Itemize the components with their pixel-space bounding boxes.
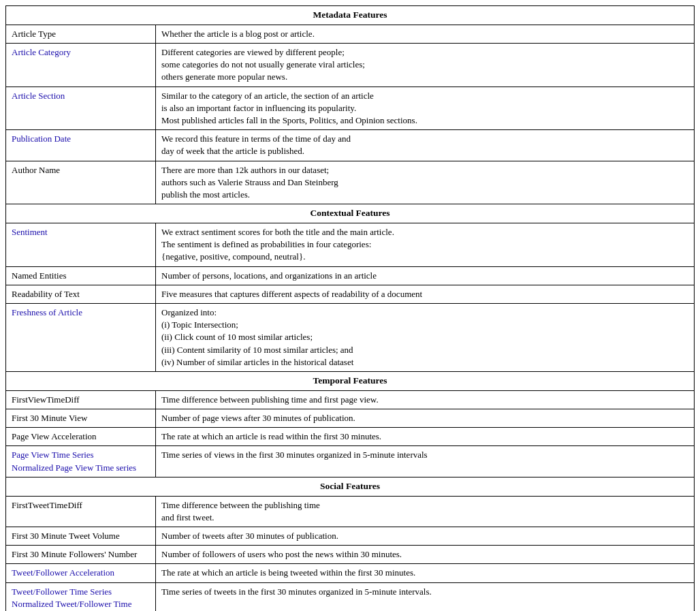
feature-description-cell: Number of followers of users who post th… — [156, 546, 695, 564]
feature-name-cell: Named Entities — [6, 266, 156, 285]
feature-description-cell: Organized into:(i) Topic Intersection;(i… — [156, 303, 695, 371]
feature-name-cell: Article Type — [6, 25, 156, 43]
feature-name-cell: Article Category — [6, 44, 156, 87]
feature-name-cell: Freshness of Article — [6, 303, 156, 371]
table-row: First 30 Minute Followers' NumberNumber … — [6, 546, 695, 564]
table-row: First 30 Minute Tweet VolumeNumber of tw… — [6, 527, 695, 546]
table-row: Readability of TextFive measures that ca… — [6, 285, 695, 303]
table-row: Named EntitiesNumber of persons, locatio… — [6, 266, 695, 285]
section-header: Metadata Features — [6, 6, 695, 25]
feature-name-cell: Article Section — [6, 87, 156, 130]
feature-description-cell: The rate at which an article is being tw… — [156, 564, 695, 582]
feature-name-cell: Sentiment — [6, 223, 156, 267]
features-table: Metadata FeaturesArticle TypeWhether the… — [5, 5, 695, 611]
section-header: Temporal Features — [6, 371, 695, 390]
feature-name-cell: FirstViewTimeDiff — [6, 390, 156, 409]
table-row: Tweet/Follower Time SeriesNormalized Twe… — [6, 582, 695, 611]
section-header: Contextual Features — [6, 204, 695, 223]
feature-name-cell: First 30 Minute View — [6, 409, 156, 427]
feature-description-cell: Number of tweets after 30 minutes of pub… — [156, 527, 695, 546]
feature-name-cell: Tweet/Follower Acceleration — [6, 564, 156, 582]
table-row: Author NameThere are more than 12k autho… — [6, 161, 695, 204]
table-row: Freshness of ArticleOrganized into:(i) T… — [6, 303, 695, 371]
feature-description-cell: The rate at which an article is read wit… — [156, 428, 695, 446]
table-row: FirstViewTimeDiffTime difference between… — [6, 390, 695, 409]
feature-description-cell: Number of persons, locations, and organi… — [156, 266, 695, 285]
table-row: Page View AccelerationThe rate at which … — [6, 428, 695, 446]
table-row: Page View Time SeriesNormalized Page Vie… — [6, 446, 695, 477]
feature-description-cell: Time difference between publishing time … — [156, 390, 695, 409]
table-row: Article CategoryDifferent categories are… — [6, 44, 695, 87]
feature-description-cell: Time series of views in the first 30 min… — [156, 446, 695, 477]
section-header: Social Features — [6, 477, 695, 496]
table-row: Publication DateWe record this feature i… — [6, 130, 695, 161]
table-row: Article SectionSimilar to the category o… — [6, 87, 695, 130]
feature-description-cell: There are more than 12k authors in our d… — [156, 161, 695, 204]
feature-name-cell: First 30 Minute Followers' Number — [6, 546, 156, 564]
feature-name-cell: Publication Date — [6, 130, 156, 161]
feature-name-cell: First 30 Minute Tweet Volume — [6, 527, 156, 546]
feature-name-cell: Readability of Text — [6, 285, 156, 303]
feature-description-cell: Five measures that captures different as… — [156, 285, 695, 303]
feature-name-cell: Page View Time SeriesNormalized Page Vie… — [6, 446, 156, 477]
table-row: SentimentWe extract sentiment scores for… — [6, 223, 695, 267]
table-row: Tweet/Follower AccelerationThe rate at w… — [6, 564, 695, 582]
table-row: FirstTweetTimeDiffTime difference betwee… — [6, 496, 695, 527]
feature-description-cell: Whether the article is a blog post or ar… — [156, 25, 695, 43]
table-row: Article TypeWhether the article is a blo… — [6, 25, 695, 43]
feature-description-cell: Similar to the category of an article, t… — [156, 87, 695, 130]
table-row: First 30 Minute ViewNumber of page views… — [6, 409, 695, 427]
feature-description-cell: Different categories are viewed by diffe… — [156, 44, 695, 87]
feature-name-cell: Author Name — [6, 161, 156, 204]
feature-description-cell: We record this feature in terms of the t… — [156, 130, 695, 161]
feature-description-cell: We extract sentiment scores for both the… — [156, 223, 695, 267]
feature-description-cell: Time series of tweets in the first 30 mi… — [156, 582, 695, 611]
feature-description-cell: Number of page views after 30 minutes of… — [156, 409, 695, 427]
feature-description-cell: Time difference between the publishing t… — [156, 496, 695, 527]
feature-name-cell: Page View Acceleration — [6, 428, 156, 446]
feature-name-cell: FirstTweetTimeDiff — [6, 496, 156, 527]
feature-name-cell: Tweet/Follower Time SeriesNormalized Twe… — [6, 582, 156, 611]
